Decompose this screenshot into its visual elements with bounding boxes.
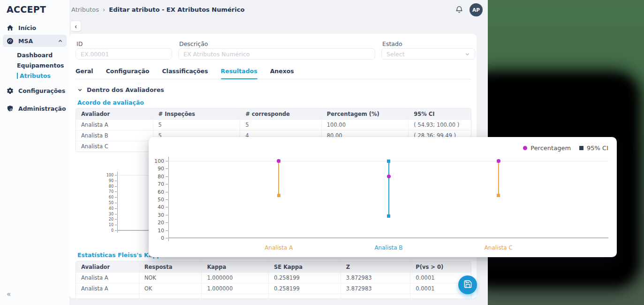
cell-z: 3.872983 [341,273,410,283]
sidebar-item-msa[interactable]: MSA [3,35,67,47]
y-tick-mark [166,168,168,169]
tab-geral[interactable]: Geral [76,68,93,79]
y-tick-mark [166,238,168,238]
y-tick-label: 60 [99,195,114,199]
table-row: Analista ANOK1.0000000.2581993.8729830.0… [76,272,471,283]
ci-line-analista-b [388,161,389,216]
field-id-input[interactable]: EX.00001 [76,48,172,60]
ci-endpoint-analista-a [277,194,280,197]
shield-icon [7,105,14,112]
y-tick-mark [115,219,117,220]
y-tick-label: 10 [146,227,164,233]
y-tick-label: 0 [99,229,114,233]
table-row-partial [76,294,471,298]
cell-avaliador: Analista A [76,273,139,283]
column-header-resposta: Resposta [139,261,202,272]
column-header-avaliador: Avaliador [76,261,139,272]
y-tick-label: 20 [99,217,114,221]
column-header-95-ci: 95% CI [408,108,471,119]
y-tick-mark [166,184,168,184]
field-estado-select[interactable]: Select [381,48,475,60]
breadcrumb-parent[interactable]: Atributos [71,6,99,13]
legend-label: 95% CI [587,145,608,152]
ci-endpoint-analista-b [387,160,390,163]
sidebar-subitem-equipamentos[interactable]: Equipamentos [3,60,67,70]
chevron-up-icon [58,38,63,44]
y-tick-mark [115,214,117,214]
sidebar-item-label: Administração [18,105,66,112]
y-tick-label: 100 [99,173,114,177]
y-tick-label: 90 [146,166,164,172]
back-button[interactable]: ‹ [70,21,81,31]
y-tick-mark [115,191,117,192]
sidebar-item-administracao[interactable]: Administração [3,102,67,114]
sidebar-subitem-label: Dashboard [17,52,53,59]
field-label-estado: Estado [382,40,402,47]
save-icon [463,280,472,290]
agreement-table-title: Acordo de avaliação [77,99,144,106]
chevron-down-icon [465,52,470,57]
ci-endpoint-analista-b [387,214,390,218]
table-header-row: Avaliador# Inspeções# correspondePercent… [76,108,471,119]
sidebar-subitem-atributos[interactable]: Atributos [3,70,67,81]
save-button[interactable] [458,275,477,294]
notifications-button[interactable] [455,5,463,15]
legend-circle-marker [523,146,527,150]
avatar[interactable]: AP [470,3,483,16]
chart-dialog: Percentagem95% CI 0102030405060708090100… [149,137,617,257]
y-tick-mark [166,192,168,192]
sidebar-item-inicio[interactable]: Início [3,22,67,34]
brand-logo: ACCEPT [7,4,46,15]
field-placeholder: EX.00001 [81,51,109,58]
y-tick-label: 30 [99,212,114,216]
percentagem-point-analista-c [497,159,500,163]
screenshot-root: ACCEPT InícioMSADashboardEquipamentosAtr… [0,0,644,305]
y-tick-mark [166,230,168,231]
sidebar-item-configuracoes[interactable]: Configurações [3,84,67,97]
cell-percentagem: 100.00 [321,120,409,130]
field-placeholder: Select [386,51,405,58]
y-tick-mark [115,181,117,181]
cell-corresponde: 5 [240,120,321,130]
column-header-p-vs-0: P(vs > 0) [410,261,471,272]
chart-plot-area: 0102030405060708090100Analista AAnalista… [169,161,608,238]
y-tick-mark [166,222,168,223]
cell-avaliador: Analista A [76,283,139,294]
cell-empty [410,294,471,298]
section-dentro-dos-avaliadores[interactable]: Dentro dos Avaliadores [77,86,164,93]
y-tick-mark [166,176,168,177]
ci-endpoint-analista-c [497,194,500,197]
field-descricao-input[interactable]: EX Atributos Numérico [178,48,375,60]
breadcrumb-current: Editar atributo - EX Atributos Numérico [109,6,244,13]
kappa-table: AvaliadorRespostaKappaSE KappaZP(vs > 0)… [76,261,471,298]
sidebar-collapse-button[interactable]: « [7,290,11,298]
tab-configuracao[interactable]: Configuração [106,68,150,79]
legend-item-percentagem[interactable]: Percentagem [523,145,571,152]
section-title: Dentro dos Avaliadores [87,86,164,93]
y-tick-mark [115,230,117,231]
sidebar-subitem-dashboard[interactable]: Dashboard [3,50,67,60]
y-tick-label: 60 [146,189,164,195]
tab-classificacoes[interactable]: Classificações [162,68,208,79]
home-icon [7,24,14,31]
ci-line-analista-c [498,161,499,196]
cell-inspecoes: 5 [153,120,240,130]
cell-kappa: 1.000000 [201,283,268,294]
cell-empty [201,294,268,298]
y-tick-mark [115,208,117,209]
sidebar: ACCEPT InícioMSADashboardEquipamentosAtr… [0,0,69,305]
tab-resultados[interactable]: Resultados [221,68,258,79]
tab-anexos[interactable]: Anexos [270,68,294,79]
table-header-row: AvaliadorRespostaKappaSE KappaZP(vs > 0) [76,261,471,272]
cell-empty [139,294,202,298]
y-tick-label: 30 [146,212,164,218]
x-axis-line [169,237,608,238]
cell-avaliador: Analista C [76,141,153,152]
cell-empty [76,294,139,298]
legend-item-95-ci[interactable]: 95% CI [579,145,608,152]
y-tick-label: 100 [146,158,164,164]
y-tick-label: 10 [99,223,114,227]
column-header-z: Z [341,261,410,272]
ci-line-analista-a [278,161,279,196]
back-chevron-icon: ‹ [75,23,77,30]
